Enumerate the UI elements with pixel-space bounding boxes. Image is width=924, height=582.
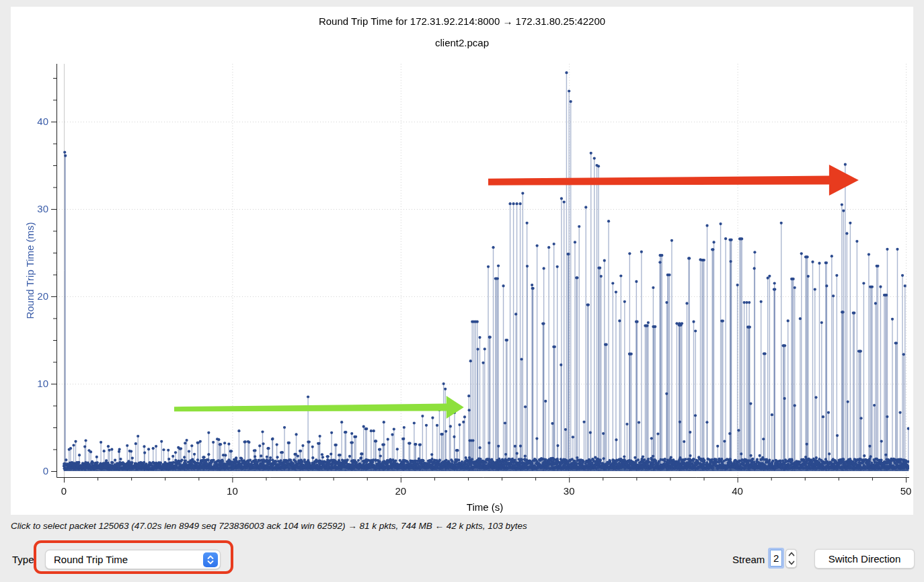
stepper-down-icon (788, 560, 795, 565)
wireshark-rtt-window: 01020304050010203040 Round Trip Time for… (0, 0, 924, 582)
stream-stepper[interactable] (785, 549, 797, 568)
graph-type-value: Round Trip Time (54, 554, 128, 565)
stream-label: Stream (732, 554, 765, 565)
chart-title: Round Trip Time for 172.31.92.214:8000 →… (11, 15, 913, 27)
rtt-plot-canvas[interactable] (11, 7, 913, 515)
stepper-up-icon (788, 552, 795, 556)
stream-input[interactable] (770, 550, 782, 567)
plot-widget: 01020304050010203040 Round Trip Time for… (11, 7, 913, 515)
select-stepper-icon (203, 552, 218, 567)
y-axis-title: Round Trip Time (ms) (24, 69, 36, 472)
switch-direction-button[interactable]: Switch Direction (814, 549, 915, 569)
chart-subtitle: client2.pcap (11, 37, 913, 48)
status-bar: Click to select packet 125063 (47.02s le… (11, 521, 912, 534)
x-axis-title: Time (s) (283, 501, 687, 513)
type-label: Type (12, 554, 34, 565)
graph-type-select[interactable]: Round Trip Time (45, 550, 221, 569)
controls-bar: Type Round Trip Time Stream Switch Direc… (0, 538, 924, 582)
status-text: Click to select packet 125063 (47.02s le… (11, 521, 527, 531)
